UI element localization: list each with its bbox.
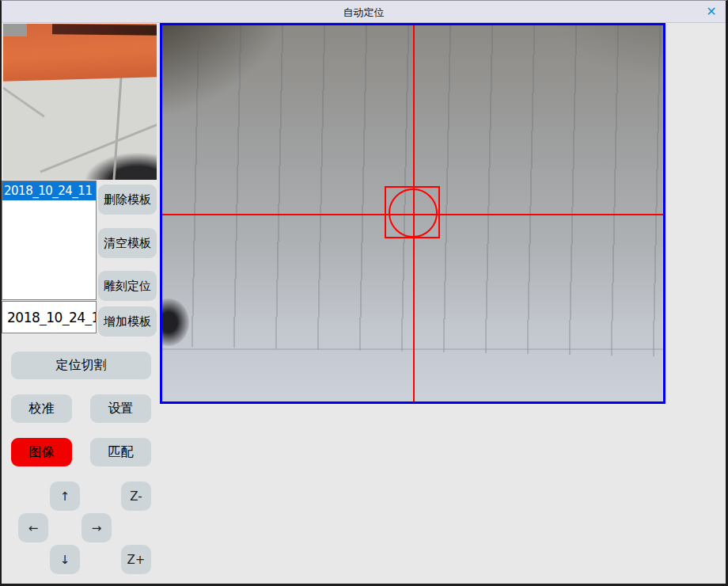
window-title: 自动定位 (2, 6, 726, 20)
template-name-input[interactable] (2, 301, 97, 333)
template-thumbnail (3, 24, 157, 180)
thumb-tile-line (40, 115, 157, 173)
thumb-gray-patch (3, 24, 27, 36)
template-list-item-selected[interactable]: 2018_10_24_11 (2, 181, 96, 200)
match-button[interactable]: 匹配 (90, 438, 151, 466)
target-circle-overlay (389, 188, 438, 238)
settings-button[interactable]: 设置 (90, 394, 151, 423)
jog-up-button[interactable]: ↑ (50, 481, 80, 511)
thumb-tile-line (3, 74, 45, 117)
camera-view[interactable] (160, 23, 665, 404)
calibrate-button[interactable]: 校准 (11, 394, 72, 423)
template-list[interactable]: 2018_10_24_11 (2, 181, 97, 300)
jog-right-button[interactable]: → (82, 513, 112, 542)
position-cut-button[interactable]: 定位切割 (11, 352, 151, 379)
jog-left-button[interactable]: ← (18, 513, 48, 542)
close-icon[interactable]: ✕ (703, 3, 720, 21)
delete-template-button[interactable]: 删除模板 (98, 185, 157, 215)
jog-z-minus-button[interactable]: Z- (121, 481, 151, 511)
clear-templates-button[interactable]: 清空模板 (98, 228, 157, 258)
thumb-dark-bar (52, 24, 157, 35)
engrave-position-button[interactable]: 雕刻定位 (98, 271, 157, 301)
thumb-tile-line (112, 71, 123, 180)
titlebar: 自动定位 ✕ (2, 1, 726, 23)
auto-position-window: 自动定位 ✕ 2018_10_24_11 删除模板 清空模板 雕刻定位 增加模板… (0, 0, 728, 586)
jog-z-plus-button[interactable]: Z+ (121, 545, 151, 574)
jog-down-button[interactable]: ↓ (50, 545, 80, 574)
image-button-active[interactable]: 图像 (11, 438, 72, 466)
add-template-button[interactable]: 增加模板 (98, 306, 157, 337)
